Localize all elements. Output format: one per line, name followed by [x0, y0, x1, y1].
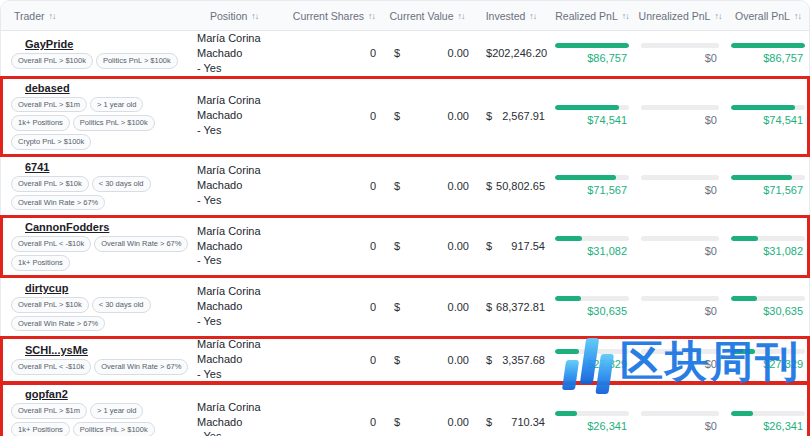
realized-pnl-value: $71,567 [555, 184, 629, 196]
overall-pnl-bar [731, 175, 805, 180]
unrealized-pnl-cell: $0 [635, 349, 725, 370]
trader-badge: Politics PnL > $100k [73, 115, 155, 131]
col-header-invested[interactable]: Invested ↑↓ [473, 10, 549, 22]
invested-cell: $ 2,567.91 [473, 110, 549, 122]
currency-symbol: $ [486, 240, 492, 252]
trader-badge: > 1 year old [90, 403, 143, 419]
unrealized-pnl-cell: $0 [635, 175, 725, 196]
unrealized-pnl-cell: $0 [635, 236, 725, 257]
trader-cell: debased Overall PnL > $1m> 1 year old1k+… [1, 77, 197, 155]
unrealized-pnl-bar [641, 349, 719, 354]
trader-badge: Overall Win Rate > 67% [11, 195, 105, 211]
sort-icon[interactable]: ↑↓ [529, 11, 536, 21]
table-header: Trader ↑↓ Position ↑↓ Current Shares ↑↓ … [1, 1, 809, 31]
currency-symbol: $ [394, 301, 400, 313]
col-header-unrealized-pnl[interactable]: Unrealized PnL ↑↓ [635, 10, 725, 22]
col-header-current-value[interactable]: Current Value ↑↓ [381, 10, 473, 22]
currency-symbol: $ [394, 47, 400, 59]
unrealized-pnl-value: $0 [641, 114, 719, 126]
realized-pnl-value: $74,541 [555, 114, 629, 126]
trader-badge: 1k+ Positions [11, 115, 70, 131]
col-header-realized-pnl[interactable]: Realized PnL ↑↓ [549, 10, 635, 22]
overall-pnl-cell: $86,757 [725, 43, 810, 64]
current-value: 0.00 [448, 416, 469, 428]
realized-pnl-bar [555, 296, 629, 301]
col-header-position[interactable]: Position ↑↓ [197, 10, 297, 22]
trader-link[interactable]: debased [25, 82, 70, 94]
currency-symbol: $ [486, 416, 492, 428]
trader-link[interactable]: 6741 [25, 161, 49, 173]
trader-badge: Overall PnL < -$10k [11, 236, 91, 252]
trader-badges: Overall PnL < -$10kOverall Win Rate > 67… [11, 359, 195, 375]
sort-icon[interactable]: ↑↓ [251, 11, 258, 21]
trader-cell: gopfan2 Overall PnL > $1m> 1 year old1k+… [1, 383, 197, 436]
col-header-overall-pnl[interactable]: Overall PnL ↑↓ [725, 10, 810, 22]
trader-link[interactable]: SCHI...ysMe [25, 344, 88, 356]
position-cell: María Corina Machado - Yes [197, 31, 297, 76]
current-shares-cell: 0 [297, 416, 381, 428]
position-cell: María Corina Machado - Yes [197, 224, 297, 269]
position-cell: María Corina Machado - Yes [197, 284, 297, 329]
unrealized-pnl-cell: $0 [635, 105, 725, 126]
current-value: 0.00 [448, 301, 469, 313]
current-shares-cell: 0 [297, 180, 381, 192]
sort-icon[interactable]: ↑↓ [49, 11, 56, 21]
current-shares-cell: 0 [297, 240, 381, 252]
overall-pnl-bar [731, 236, 805, 241]
overall-pnl-bar [731, 349, 805, 354]
overall-pnl-bar [731, 105, 805, 110]
trader-link[interactable]: dirtycup [25, 282, 68, 294]
table-row: debased Overall PnL > $1m> 1 year old1k+… [1, 77, 809, 156]
overall-pnl-cell: $74,541 [725, 105, 810, 126]
overall-pnl-cell: $31,082 [725, 236, 810, 257]
position-cell: María Corina Machado - Yes [197, 163, 297, 208]
sort-icon[interactable]: ↑↓ [458, 11, 465, 21]
current-shares-cell: 0 [297, 47, 381, 59]
position-cell: María Corina Machado - Yes [197, 93, 297, 138]
sort-icon[interactable]: ↑↓ [622, 11, 629, 21]
table-row: 6741 Overall PnL > $10k< 30 days oldOver… [1, 156, 809, 217]
trader-badge: Overall PnL > $1m [11, 97, 87, 113]
overall-pnl-cell: $30,635 [725, 296, 810, 317]
invested-value: 68,372.81 [496, 301, 545, 313]
overall-pnl-value: $71,567 [731, 184, 805, 196]
sort-icon[interactable]: ↑↓ [714, 11, 721, 21]
unrealized-pnl-value: $0 [641, 420, 719, 432]
overall-pnl-value: $27,329 [731, 358, 805, 370]
sort-icon[interactable]: ↑↓ [368, 11, 375, 21]
trader-badge: Crypto PnL > $100k [11, 134, 91, 150]
trader-badges: Overall PnL < -$10kOverall Win Rate > 67… [11, 236, 195, 271]
currency-symbol: $ [394, 180, 400, 192]
trader-cell: SCHI...ysMe Overall PnL < -$10kOverall W… [1, 337, 197, 382]
current-value-cell: $ 0.00 [381, 416, 473, 428]
realized-pnl-cell: $27,329 [549, 349, 635, 370]
current-shares-cell: 0 [297, 110, 381, 122]
unrealized-pnl-bar [641, 175, 719, 180]
realized-pnl-value: $86,757 [555, 52, 629, 64]
overall-pnl-bar [731, 411, 805, 416]
unrealized-pnl-bar [641, 105, 719, 110]
trader-link[interactable]: CannonFodders [25, 221, 109, 233]
col-header-current-shares[interactable]: Current Shares ↑↓ [297, 10, 381, 22]
current-shares-cell: 0 [297, 354, 381, 366]
table-row: SCHI...ysMe Overall PnL < -$10kOverall W… [1, 337, 809, 383]
trader-link[interactable]: GayPride [25, 38, 73, 50]
currency-symbol: $ [486, 180, 492, 192]
realized-pnl-bar [555, 349, 629, 354]
table-row: GayPride Overall PnL > $100kPolitics PnL… [1, 31, 809, 77]
trader-link[interactable]: gopfan2 [25, 388, 68, 400]
trader-badge: Overall PnL < -$10k [11, 359, 91, 375]
col-header-trader[interactable]: Trader ↑↓ [1, 10, 197, 22]
realized-pnl-value: $31,082 [555, 245, 629, 257]
invested-cell: $ 50,802.65 [473, 180, 549, 192]
current-value-cell: $ 0.00 [381, 180, 473, 192]
trader-badges: Overall PnL > $10k< 30 days oldOverall W… [11, 176, 195, 211]
currency-symbol: $ [486, 354, 492, 366]
overall-pnl-value: $86,757 [731, 52, 805, 64]
realized-pnl-value: $27,329 [555, 358, 629, 370]
overall-pnl-bar [731, 296, 805, 301]
realized-pnl-bar [555, 105, 629, 110]
sort-icon[interactable]: ↑↓ [794, 11, 801, 21]
current-value: 0.00 [448, 110, 469, 122]
invested-cell: $ 710.34 [473, 416, 549, 428]
